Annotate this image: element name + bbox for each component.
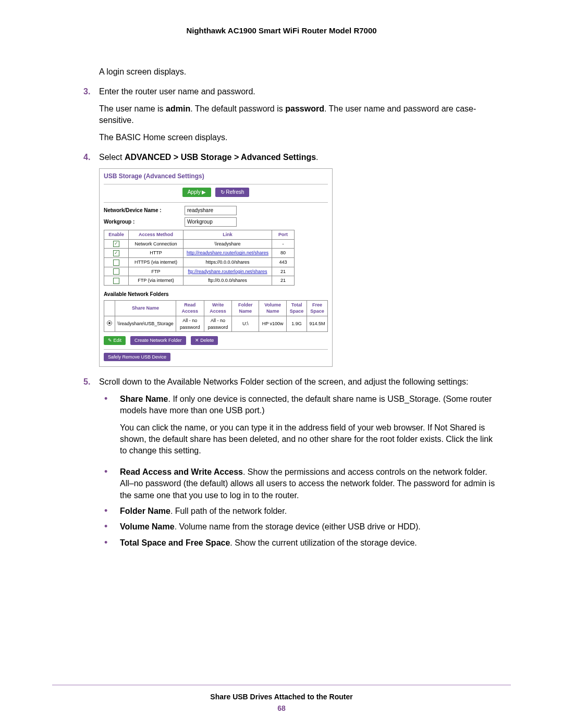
- enable-checkbox[interactable]: ✓: [113, 268, 119, 275]
- th-write: Write Access: [204, 300, 232, 316]
- th-enable: Enable: [104, 230, 129, 240]
- usb-storage-screenshot: USB Storage (Advanced Settings) Apply ▶ …: [99, 168, 333, 367]
- th-method: Access Method: [129, 230, 183, 240]
- bullet-label: Volume Name: [120, 522, 175, 531]
- method-cell: Network Connection: [129, 239, 183, 249]
- netdev-input[interactable]: readyshare: [185, 206, 237, 215]
- page-header: Nighthawk AC1900 Smart WiFi Router Model…: [52, 26, 511, 35]
- bullet-icon: •: [99, 466, 120, 501]
- share-cell: \\readyshare\USB_Storage: [115, 316, 176, 332]
- apply-button[interactable]: Apply ▶: [182, 188, 212, 197]
- bullet-icon: •: [99, 393, 120, 462]
- bullet-label: Total Space and Free Space: [120, 538, 230, 547]
- method-cell: HTTPS (via internet): [129, 257, 183, 267]
- text-fragment: Select: [99, 153, 125, 162]
- remove-usb-button[interactable]: Safely Remove USB Device: [104, 353, 170, 362]
- ss-title: USB Storage (Advanced Settings): [104, 172, 328, 181]
- access-methods-table: Enable Access Method Link Port ✓ Network…: [104, 230, 295, 286]
- link-cell: https://0.0.0.0/shares: [183, 257, 272, 267]
- port-cell: 80: [272, 249, 295, 258]
- step-spacer: [83, 66, 99, 83]
- folder-radio[interactable]: [107, 320, 112, 326]
- th-total: Total Space: [287, 300, 307, 316]
- bullet-label: Read Access and Write Access: [120, 467, 243, 476]
- read-write-bullet: Read Access and Write Access. Show the p…: [120, 466, 500, 501]
- basic-home-text: The BASIC Home screen displays.: [99, 132, 500, 143]
- port-cell: 21: [272, 276, 295, 286]
- page-footer: Share USB Drives Attached to the Router …: [52, 685, 511, 712]
- login-displays-text: A login screen displays.: [99, 66, 500, 78]
- table-row: ✓ FTP ftp://readyshare.routerlogin.net/s…: [104, 267, 295, 276]
- write-cell: All - no password: [204, 316, 232, 332]
- bullet-icon: •: [99, 521, 120, 533]
- volume-cell: HP v100w: [259, 316, 286, 332]
- bullet-label: Share Name: [120, 394, 168, 403]
- read-cell: All - no password: [176, 316, 204, 332]
- bullet-icon: •: [99, 505, 120, 517]
- available-folders-header: Available Network Folders: [104, 291, 328, 298]
- text-fragment: .: [316, 153, 318, 162]
- th-share: Share Name: [115, 300, 176, 316]
- step-5-number: 5.: [83, 376, 99, 553]
- text-fragment: . The default password is: [190, 104, 285, 113]
- workgroup-label: Workgroup :: [104, 218, 185, 226]
- link-cell: ftp://0.0.0.0/shares: [183, 276, 272, 286]
- th-read: Read Access: [176, 300, 204, 316]
- bullet-text: . Show the current utilization of the st…: [230, 538, 417, 547]
- volume-name-bullet: Volume Name. Volume name from the storag…: [120, 521, 500, 533]
- link-cell[interactable]: http://readyshare.routerlogin.net/shares: [187, 250, 268, 255]
- port-cell: 443: [272, 257, 295, 267]
- method-cell: HTTP: [129, 249, 183, 258]
- page-number: 68: [52, 704, 511, 712]
- edit-button[interactable]: ✎ Edit: [104, 336, 126, 345]
- enable-checkbox[interactable]: ✓: [113, 241, 119, 247]
- space-bullet: Total Space and Free Space. Show the cur…: [120, 537, 500, 549]
- share-name-extra: You can click the name, or you can type …: [120, 422, 500, 457]
- netdev-label: Network/Device Name :: [104, 207, 185, 214]
- bullet-icon: •: [99, 537, 120, 549]
- th-link: Link: [183, 230, 272, 240]
- link-cell: \\readyshare: [183, 239, 272, 249]
- workgroup-input[interactable]: Workgroup: [185, 217, 237, 227]
- table-row: ✓ FTP (via internet) ftp://0.0.0.0/share…: [104, 276, 295, 286]
- step-4-number: 4.: [83, 152, 99, 373]
- table-row: ✓ HTTP http://readyshare.routerlogin.net…: [104, 249, 295, 258]
- step-3-number: 3.: [83, 86, 99, 149]
- enable-checkbox[interactable]: ✓: [113, 250, 119, 256]
- bullet-text: . Volume name from the storage device (e…: [175, 522, 421, 531]
- table-row: ✓ Network Connection \\readyshare -: [104, 239, 295, 249]
- nav-path-bold: ADVANCED > USB Storage > Advanced Settin…: [125, 153, 316, 162]
- share-name-bullet: Share Name. If only one device is connec…: [120, 393, 500, 417]
- port-cell: -: [272, 239, 295, 249]
- method-cell: FTP: [129, 267, 183, 276]
- bullet-text: . Full path of the network folder.: [170, 507, 287, 515]
- th-port: Port: [272, 230, 295, 240]
- footer-title: Share USB Drives Attached to the Router: [52, 693, 511, 701]
- enable-checkbox[interactable]: ✓: [113, 260, 119, 266]
- folders-table: Share Name Read Access Write Access Fold…: [104, 300, 328, 332]
- method-cell: FTP (via internet): [129, 276, 183, 286]
- text-fragment: The user name is: [99, 104, 166, 113]
- free-cell: 914.5M: [307, 316, 327, 332]
- th-free: Free Space: [307, 300, 327, 316]
- bullet-text: . If only one device is connected, the d…: [120, 394, 492, 415]
- step-4-text: Select ADVANCED > USB Storage > Advanced…: [99, 152, 500, 163]
- th-volume: Volume Name: [259, 300, 286, 316]
- create-folder-button[interactable]: Create Network Folder: [130, 336, 186, 345]
- password-bold: password: [285, 104, 324, 113]
- refresh-button[interactable]: ↻ Refresh: [215, 188, 250, 197]
- bullet-label: Folder Name: [120, 507, 170, 515]
- enable-checkbox[interactable]: ✓: [113, 278, 119, 284]
- step-5-text: Scroll down to the Available Networks Fo…: [99, 376, 500, 388]
- table-row: ✓ HTTPS (via internet) https://0.0.0.0/s…: [104, 257, 295, 267]
- port-cell: 21: [272, 267, 295, 276]
- step-3-text: Enter the router user name and password.: [99, 86, 500, 97]
- th-folder: Folder Name: [232, 300, 259, 316]
- folder-row: \\readyshare\USB_Storage All - no passwo…: [104, 316, 328, 332]
- folder-name-bullet: Folder Name. Full path of the network fo…: [120, 505, 500, 517]
- admin-bold: admin: [166, 104, 190, 113]
- folder-cell: U:\: [232, 316, 259, 332]
- delete-button[interactable]: ✕ Delete: [191, 336, 218, 345]
- link-cell[interactable]: ftp://readyshare.routerlogin.net/shares: [188, 269, 267, 274]
- total-cell: 1.9G: [287, 316, 307, 332]
